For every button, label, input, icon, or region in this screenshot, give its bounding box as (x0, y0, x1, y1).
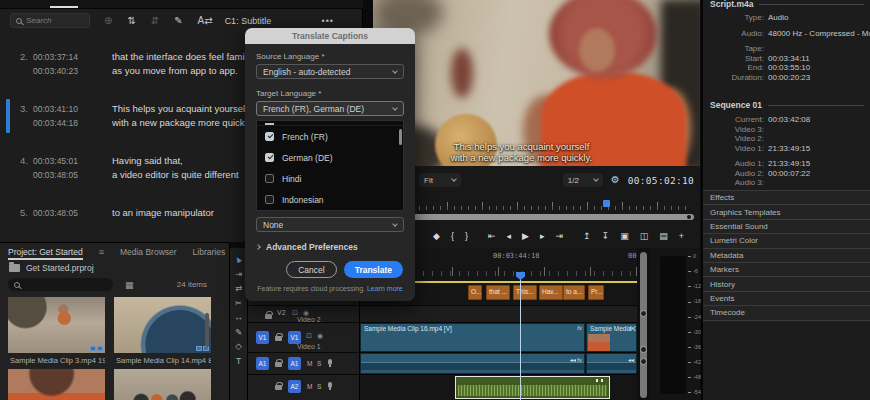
tab-libraries[interactable]: Libraries (193, 247, 226, 257)
audio-clip[interactable]: ◂◂ fx (360, 353, 585, 374)
language-option[interactable]: Indonesian (257, 189, 403, 210)
scrollbar[interactable] (205, 313, 209, 347)
collapsed-panel-header[interactable]: Essential Sound (703, 219, 870, 233)
pen-tool-icon[interactable]: ✎ (235, 328, 242, 337)
mute-button[interactable]: M (307, 360, 312, 367)
lock-icon[interactable] (275, 385, 282, 390)
collapsed-panel-header[interactable]: Graphics Templates (703, 204, 870, 218)
program-video-frame[interactable]: This helps you acquaint yourself with a … (373, 0, 700, 166)
checkbox-icon[interactable] (265, 132, 274, 141)
settings-wrench-icon[interactable]: ⚙ (611, 175, 620, 185)
caption-clip[interactable]: Hav... (539, 285, 563, 300)
track-visibility-icon[interactable]: ◉ (317, 332, 323, 340)
advanced-preferences-toggle[interactable]: Advanced Preferences (256, 242, 404, 252)
captions-search-input[interactable] (26, 16, 81, 25)
merge-captions-icon[interactable]: ⇵ (151, 16, 159, 26)
go-to-out-icon[interactable]: ⇥ (555, 232, 563, 241)
clip-thumbnail[interactable] (114, 297, 211, 353)
lock-icon[interactable] (275, 362, 282, 367)
track-target-a2[interactable]: A2 (288, 380, 301, 393)
checkbox-icon[interactable] (265, 153, 274, 162)
translate-button[interactable]: Translate (344, 261, 403, 278)
go-to-in-icon[interactable]: ⇤ (488, 232, 496, 241)
type-tool-icon[interactable]: T (236, 357, 241, 366)
edit-caption-icon[interactable]: ✎ (174, 16, 182, 26)
vertical-scrollbar[interactable] (640, 252, 647, 398)
selection-tool-icon[interactable]: ▲ (234, 255, 242, 264)
mark-out-icon[interactable]: } (465, 232, 468, 241)
razor-tool-icon[interactable]: ✂ (235, 299, 242, 308)
captions-search-box[interactable] (10, 13, 90, 28)
monitor-time-ruler[interactable] (377, 200, 690, 210)
track-header-v1[interactable]: V1 V1 ⊡ ◉ Video 1 (248, 322, 359, 352)
playhead-handle[interactable] (516, 272, 525, 280)
track-select-forward-tool-icon[interactable]: ⇥ (235, 270, 242, 279)
lock-icon[interactable] (265, 314, 272, 319)
track-header-a1[interactable]: A1 A1 M S (248, 352, 359, 374)
track-a2[interactable] (360, 374, 637, 400)
audio-clip[interactable]: ◂◂ (586, 353, 637, 374)
lock-icon[interactable] (275, 336, 282, 341)
hand-tool-icon[interactable]: ◇ (235, 342, 242, 351)
track-target-a1[interactable]: A1 (288, 357, 301, 370)
collapsed-panel-header[interactable]: History (703, 276, 870, 290)
mute-button[interactable]: M (307, 383, 312, 390)
voice-over-record-icon[interactable] (328, 359, 332, 365)
ripple-edit-tool-icon[interactable]: ⇄ (235, 284, 242, 293)
clip-thumbnail[interactable] (8, 369, 105, 400)
track-resize-knob[interactable] (640, 346, 647, 353)
checkbox-icon[interactable] (265, 174, 274, 183)
solo-button[interactable]: S (317, 360, 321, 367)
language-option[interactable]: German (DE) (257, 147, 403, 168)
add-marker-icon[interactable]: ◆ (433, 232, 440, 241)
caption-track-selector[interactable]: C1: Subtitle (225, 16, 272, 26)
panel-menu-icon[interactable]: ••• (322, 16, 334, 26)
playhead-marker[interactable] (603, 200, 610, 207)
project-bin-row[interactable]: Get Started.prproj (0, 259, 229, 273)
collapsed-panel-header[interactable]: Lumetri Color (703, 233, 870, 247)
learn-more-link[interactable]: Learn more (367, 285, 403, 292)
source-patch-a1[interactable]: A1 (256, 357, 269, 370)
caption-preset-dropdown[interactable]: None (256, 217, 404, 232)
track-v2[interactable] (360, 305, 637, 322)
lift-icon[interactable]: ↥ (583, 232, 591, 241)
collapsed-panel-header[interactable]: Timecode (703, 305, 870, 319)
caption-clip[interactable]: Pr... (588, 285, 604, 300)
selected-audio-clip[interactable] (455, 376, 610, 399)
list-scrollbar[interactable] (399, 129, 402, 145)
grid-view-icon[interactable]: ▦ (125, 280, 134, 290)
mark-in-icon[interactable]: { (451, 232, 454, 241)
collapsed-panel-header[interactable]: Metadata (703, 248, 870, 262)
clip-thumbnail[interactable] (8, 297, 105, 353)
project-search-box[interactable] (8, 278, 113, 291)
dialog-title[interactable]: Translate Captions (245, 28, 415, 44)
comparison-view-icon[interactable]: ◫ (640, 232, 649, 241)
target-language-dropdown[interactable]: French (FR), German (DE) (256, 101, 404, 116)
step-forward-icon[interactable]: ▸ (540, 232, 545, 241)
voice-over-record-icon[interactable] (328, 382, 332, 388)
collapsed-panel-header[interactable]: Events (703, 291, 870, 305)
translate-captions-icon[interactable]: A⇄ (198, 16, 213, 26)
tab-project[interactable]: Project: Get Started (8, 247, 83, 257)
collapsed-panel-header[interactable]: Markers (703, 262, 870, 276)
sync-lock-icon[interactable]: ⊡ (306, 332, 312, 340)
panel-menu-icon[interactable]: ≡ (99, 247, 104, 257)
playback-resolution-dropdown[interactable]: 1/2 (563, 173, 603, 187)
add-caption-icon[interactable]: ⊕ (104, 16, 112, 26)
source-language-dropdown[interactable]: English - auto-detected (256, 64, 404, 79)
caption-clip[interactable]: that ... (486, 285, 510, 300)
monitor-scrollbar[interactable] (373, 214, 694, 220)
play-icon[interactable]: ▶ (522, 232, 529, 241)
export-frame-icon[interactable]: ▣ (620, 232, 629, 241)
track-resize-knob[interactable] (640, 358, 647, 365)
solo-button[interactable]: S (317, 383, 321, 390)
zoom-level-dropdown[interactable]: Fit (419, 173, 461, 187)
tab-media-browser[interactable]: Media Browser (120, 247, 177, 257)
video-clip[interactable]: Sample Media Clip 1... fx (586, 323, 637, 352)
checkbox-icon[interactable] (265, 195, 274, 204)
language-option[interactable]: French (FR) (257, 126, 403, 147)
step-back-icon[interactable]: ◂ (507, 232, 512, 241)
track-header-v2[interactable]: V2 ⊡ ◉ Video 2 (248, 305, 359, 322)
track-target-v2[interactable]: V2 (277, 309, 286, 316)
slip-tool-icon[interactable]: ↔ (234, 313, 243, 322)
